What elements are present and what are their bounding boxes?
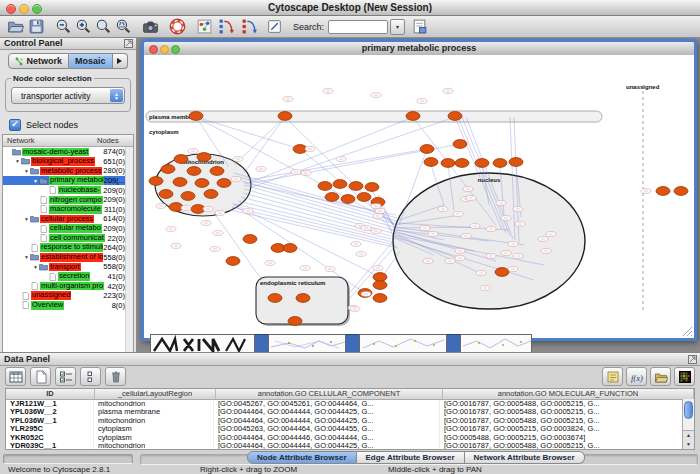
background-window-border[interactable] [346, 334, 359, 352]
background-window-4[interactable] [460, 334, 532, 352]
tab-edge-attribute-browser[interactable]: Edge Attribute Browser [357, 451, 465, 464]
tree-row[interactable]: ▼establishment of lo558(0) [3, 253, 133, 263]
cell-molecular-function[interactable]: [GO:0016787, GO:0005488, GO:0005215, G..… [440, 400, 694, 408]
network-node[interactable] [181, 192, 195, 201]
tab-network-attribute-browser[interactable]: Network Attribute Browser [465, 451, 585, 464]
cell-molecular-function[interactable]: [GO:0016787, GO:0005488, GO:0005215, G..… [440, 442, 694, 450]
network-edge[interactable] [249, 117, 413, 183]
network-node[interactable] [195, 179, 209, 188]
background-window-1[interactable] [150, 334, 255, 352]
tab-overflow-button[interactable] [113, 53, 128, 69]
tree-row[interactable]: ▼primary metabol209(... [3, 176, 133, 186]
network-node[interactable] [187, 167, 201, 176]
network-node[interactable] [159, 190, 173, 199]
network-node[interactable] [296, 294, 310, 303]
help-icon[interactable] [169, 18, 186, 35]
attribute-table-icon[interactable] [5, 367, 26, 386]
tree-row[interactable]: multi-organism pro42(0) [3, 281, 133, 291]
tab-node-attribute-browser[interactable]: Node Attribute Browser [247, 451, 357, 464]
zoom-selected-icon[interactable] [95, 18, 112, 35]
tree-row[interactable]: ▼cellular process614(0) [3, 214, 133, 224]
network-edge[interactable] [214, 213, 262, 280]
tab-network[interactable]: Network [8, 53, 69, 69]
tree-header[interactable]: Network Nodes [3, 135, 133, 147]
tree-row[interactable]: Overview8(0) [3, 301, 133, 311]
network-node[interactable] [217, 179, 231, 188]
tree-row[interactable]: secretion41(0) [3, 272, 133, 282]
cell-region[interactable]: mitochondrion [94, 417, 214, 425]
tree-row[interactable]: nitrogen compo209(0) [3, 195, 133, 205]
delete-attribute-icon[interactable] [105, 367, 126, 386]
column-header-cellular-component[interactable]: annotation.GO CELLULAR_COMPONENT [216, 389, 443, 399]
cell-region[interactable]: mitochondrion [94, 400, 214, 408]
network-node[interactable] [656, 187, 670, 196]
tree-column-nodes[interactable]: Nodes [97, 136, 133, 145]
network-node[interactable] [349, 182, 363, 191]
network-node[interactable] [448, 112, 462, 121]
cell-cellular-component[interactable]: [GO:0044464, GO:0044444, GO:0044425, G..… [214, 408, 440, 416]
network-node[interactable] [455, 159, 469, 168]
network-node[interactable] [243, 235, 257, 244]
search-dropdown-button[interactable]: ▾ [390, 19, 405, 35]
network-node[interactable] [268, 294, 282, 303]
unselect-attributes-icon[interactable] [80, 367, 101, 386]
maximize-icon[interactable] [171, 45, 180, 54]
table-row[interactable]: YPL036W__2plasma membrane[GO:0044464, GO… [6, 408, 694, 416]
tree-row[interactable]: cell communicat22(0) [3, 233, 133, 243]
tree-column-network[interactable]: Network [3, 136, 97, 145]
cell-cellular-component[interactable]: [GO:0044464, GO:0044444, GO:0044425, G..… [214, 417, 440, 425]
tree-row[interactable]: ▼metabolic process280(0) [3, 166, 133, 176]
network-node[interactable] [161, 165, 175, 174]
network-view-window[interactable]: primary metabolic process plasma membran… [141, 39, 697, 341]
cell-molecular-function[interactable]: [GO:0016787, GO:0005488, GO:0005215, G..… [440, 417, 694, 425]
column-header-molecular-function[interactable]: annotation.GO MOLECULAR_FUNCTION [443, 389, 694, 399]
cell-id[interactable]: YDR039C__1 [6, 442, 94, 450]
notepad-icon[interactable] [602, 367, 623, 386]
network-node[interactable] [173, 178, 187, 187]
table-row[interactable]: YJR121W__1mitochondrion[GO:0045267, GO:0… [6, 400, 694, 408]
background-window-border[interactable] [255, 334, 268, 352]
network-node[interactable] [226, 257, 240, 266]
open-file-icon[interactable] [7, 18, 24, 35]
network-node[interactable] [373, 273, 387, 282]
network-node[interactable] [420, 145, 434, 154]
tree-row[interactable]: response to stimulu264(0) [3, 243, 133, 253]
column-header-region[interactable]: _cellularLayoutRegion [95, 389, 216, 399]
cell-region[interactable]: mitochondrion [94, 442, 214, 450]
network-node[interactable] [495, 268, 509, 277]
float-panel-icon[interactable] [688, 355, 697, 364]
vizmapper-icon[interactable] [196, 18, 213, 35]
cell-molecular-function[interactable]: [GO:0005488, GO:0005215, GO:0003674] [440, 434, 694, 442]
background-window-2[interactable] [268, 334, 346, 352]
cell-id[interactable]: YKR052C [6, 434, 94, 442]
network-node[interactable] [278, 112, 292, 121]
network-node[interactable] [674, 187, 688, 196]
background-window-previews[interactable] [150, 334, 532, 352]
select-nodes-checkbox[interactable]: ✓ [9, 119, 21, 131]
cell-cellular-component[interactable]: [GO:0044464, GO:0044446, GO:0044444, G..… [214, 434, 440, 442]
network-node[interactable] [189, 112, 203, 121]
background-window-3[interactable] [359, 334, 447, 352]
hide-selected-nodes-icon[interactable] [218, 18, 235, 35]
cell-id[interactable]: YJR121W__1 [6, 400, 94, 408]
table-row[interactable]: YDR039C__1mitochondrion[GO:0044464, GO:0… [6, 442, 694, 450]
cell-region[interactable]: cytoplasm [94, 425, 214, 433]
tree-row[interactable]: nucleobase-209(0) [3, 185, 133, 195]
float-panel-icon[interactable] [124, 39, 133, 48]
network-node[interactable] [509, 158, 523, 167]
hide-selected-edges-icon[interactable] [241, 18, 258, 35]
expand-triangle-icon[interactable]: ▼ [23, 168, 30, 174]
column-header-id[interactable]: ID [6, 389, 95, 399]
select-attributes-icon[interactable] [55, 367, 76, 386]
background-window-border[interactable] [447, 334, 460, 352]
cell-id[interactable]: YPL036W__2 [6, 408, 94, 416]
tab-mosaic[interactable]: Mosaic [69, 53, 113, 69]
network-node[interactable] [210, 167, 224, 176]
new-attribute-icon[interactable] [30, 367, 51, 386]
app-titlebar[interactable]: Cytoscape Desktop (New Session) [0, 0, 700, 16]
network-node[interactable] [357, 193, 371, 202]
network-node[interactable] [365, 183, 379, 192]
network-node[interactable] [373, 294, 387, 303]
network-node[interactable] [149, 177, 163, 186]
cell-id[interactable]: YPL036W__1 [6, 417, 94, 425]
